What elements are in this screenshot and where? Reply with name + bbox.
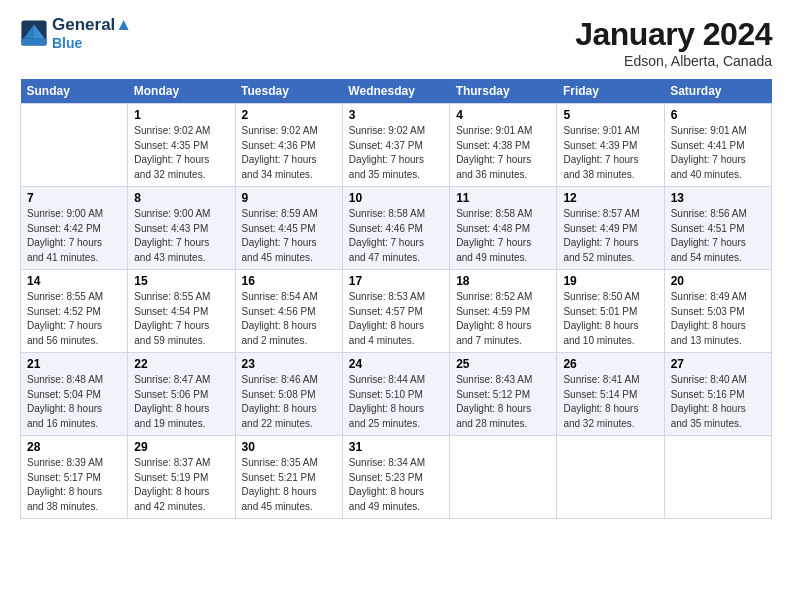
calendar-cell: 17Sunrise: 8:53 AMSunset: 4:57 PMDayligh… [342,270,449,353]
calendar-cell: 5Sunrise: 9:01 AMSunset: 4:39 PMDaylight… [557,104,664,187]
day-number: 5 [563,108,657,122]
col-header-tuesday: Tuesday [235,79,342,104]
day-number: 22 [134,357,228,371]
day-number: 12 [563,191,657,205]
day-number: 20 [671,274,765,288]
day-info: Sunrise: 8:56 AMSunset: 4:51 PMDaylight:… [671,207,765,265]
day-info: Sunrise: 8:35 AMSunset: 5:21 PMDaylight:… [242,456,336,514]
day-info: Sunrise: 8:43 AMSunset: 5:12 PMDaylight:… [456,373,550,431]
calendar-cell: 10Sunrise: 8:58 AMSunset: 4:46 PMDayligh… [342,187,449,270]
calendar-cell [450,436,557,519]
week-row-2: 7Sunrise: 9:00 AMSunset: 4:42 PMDaylight… [21,187,772,270]
col-header-saturday: Saturday [664,79,771,104]
calendar-cell: 26Sunrise: 8:41 AMSunset: 5:14 PMDayligh… [557,353,664,436]
day-number: 28 [27,440,121,454]
day-info: Sunrise: 8:47 AMSunset: 5:06 PMDaylight:… [134,373,228,431]
col-header-thursday: Thursday [450,79,557,104]
logo-text: General▲ Blue [52,16,132,51]
calendar-cell: 6Sunrise: 9:01 AMSunset: 4:41 PMDaylight… [664,104,771,187]
calendar-cell: 29Sunrise: 8:37 AMSunset: 5:19 PMDayligh… [128,436,235,519]
calendar-cell: 2Sunrise: 9:02 AMSunset: 4:36 PMDaylight… [235,104,342,187]
calendar-cell: 14Sunrise: 8:55 AMSunset: 4:52 PMDayligh… [21,270,128,353]
calendar-cell: 31Sunrise: 8:34 AMSunset: 5:23 PMDayligh… [342,436,449,519]
col-header-monday: Monday [128,79,235,104]
day-number: 11 [456,191,550,205]
col-header-friday: Friday [557,79,664,104]
day-info: Sunrise: 8:52 AMSunset: 4:59 PMDaylight:… [456,290,550,348]
day-info: Sunrise: 8:34 AMSunset: 5:23 PMDaylight:… [349,456,443,514]
day-number: 21 [27,357,121,371]
day-number: 24 [349,357,443,371]
day-info: Sunrise: 9:01 AMSunset: 4:38 PMDaylight:… [456,124,550,182]
calendar-cell: 23Sunrise: 8:46 AMSunset: 5:08 PMDayligh… [235,353,342,436]
calendar-cell: 11Sunrise: 8:58 AMSunset: 4:48 PMDayligh… [450,187,557,270]
header-row: SundayMondayTuesdayWednesdayThursdayFrid… [21,79,772,104]
day-info: Sunrise: 9:02 AMSunset: 4:35 PMDaylight:… [134,124,228,182]
day-info: Sunrise: 8:48 AMSunset: 5:04 PMDaylight:… [27,373,121,431]
calendar-cell: 18Sunrise: 8:52 AMSunset: 4:59 PMDayligh… [450,270,557,353]
calendar-cell: 4Sunrise: 9:01 AMSunset: 4:38 PMDaylight… [450,104,557,187]
day-info: Sunrise: 8:37 AMSunset: 5:19 PMDaylight:… [134,456,228,514]
svg-rect-3 [21,39,46,46]
day-info: Sunrise: 8:54 AMSunset: 4:56 PMDaylight:… [242,290,336,348]
header: General▲ Blue January 2024 Edson, Albert… [20,16,772,69]
day-number: 14 [27,274,121,288]
calendar-cell: 16Sunrise: 8:54 AMSunset: 4:56 PMDayligh… [235,270,342,353]
calendar-cell: 3Sunrise: 9:02 AMSunset: 4:37 PMDaylight… [342,104,449,187]
day-number: 10 [349,191,443,205]
calendar-cell: 28Sunrise: 8:39 AMSunset: 5:17 PMDayligh… [21,436,128,519]
day-info: Sunrise: 8:50 AMSunset: 5:01 PMDaylight:… [563,290,657,348]
calendar-cell [664,436,771,519]
day-info: Sunrise: 8:58 AMSunset: 4:48 PMDaylight:… [456,207,550,265]
month-title: January 2024 [575,16,772,53]
logo-icon [20,19,48,47]
calendar-cell: 1Sunrise: 9:02 AMSunset: 4:35 PMDaylight… [128,104,235,187]
day-info: Sunrise: 9:00 AMSunset: 4:42 PMDaylight:… [27,207,121,265]
day-number: 25 [456,357,550,371]
day-info: Sunrise: 8:58 AMSunset: 4:46 PMDaylight:… [349,207,443,265]
day-info: Sunrise: 8:39 AMSunset: 5:17 PMDaylight:… [27,456,121,514]
calendar-cell: 22Sunrise: 8:47 AMSunset: 5:06 PMDayligh… [128,353,235,436]
calendar-cell [557,436,664,519]
calendar-table: SundayMondayTuesdayWednesdayThursdayFrid… [20,79,772,519]
calendar-cell: 20Sunrise: 8:49 AMSunset: 5:03 PMDayligh… [664,270,771,353]
day-info: Sunrise: 8:53 AMSunset: 4:57 PMDaylight:… [349,290,443,348]
day-info: Sunrise: 8:40 AMSunset: 5:16 PMDaylight:… [671,373,765,431]
day-number: 2 [242,108,336,122]
calendar-cell: 12Sunrise: 8:57 AMSunset: 4:49 PMDayligh… [557,187,664,270]
day-number: 23 [242,357,336,371]
day-number: 3 [349,108,443,122]
day-number: 16 [242,274,336,288]
day-number: 29 [134,440,228,454]
day-number: 15 [134,274,228,288]
day-info: Sunrise: 9:02 AMSunset: 4:36 PMDaylight:… [242,124,336,182]
calendar-cell: 21Sunrise: 8:48 AMSunset: 5:04 PMDayligh… [21,353,128,436]
week-row-5: 28Sunrise: 8:39 AMSunset: 5:17 PMDayligh… [21,436,772,519]
day-number: 6 [671,108,765,122]
day-number: 9 [242,191,336,205]
day-number: 4 [456,108,550,122]
day-number: 8 [134,191,228,205]
title-block: January 2024 Edson, Alberta, Canada [575,16,772,69]
col-header-wednesday: Wednesday [342,79,449,104]
calendar-cell: 9Sunrise: 8:59 AMSunset: 4:45 PMDaylight… [235,187,342,270]
day-number: 17 [349,274,443,288]
calendar-cell: 7Sunrise: 9:00 AMSunset: 4:42 PMDaylight… [21,187,128,270]
day-number: 7 [27,191,121,205]
calendar-cell: 19Sunrise: 8:50 AMSunset: 5:01 PMDayligh… [557,270,664,353]
week-row-4: 21Sunrise: 8:48 AMSunset: 5:04 PMDayligh… [21,353,772,436]
day-info: Sunrise: 8:59 AMSunset: 4:45 PMDaylight:… [242,207,336,265]
day-info: Sunrise: 8:49 AMSunset: 5:03 PMDaylight:… [671,290,765,348]
calendar-cell: 13Sunrise: 8:56 AMSunset: 4:51 PMDayligh… [664,187,771,270]
day-number: 18 [456,274,550,288]
calendar-cell: 25Sunrise: 8:43 AMSunset: 5:12 PMDayligh… [450,353,557,436]
day-number: 26 [563,357,657,371]
day-number: 13 [671,191,765,205]
col-header-sunday: Sunday [21,79,128,104]
day-info: Sunrise: 8:41 AMSunset: 5:14 PMDaylight:… [563,373,657,431]
day-info: Sunrise: 8:55 AMSunset: 4:54 PMDaylight:… [134,290,228,348]
day-number: 27 [671,357,765,371]
calendar-cell: 8Sunrise: 9:00 AMSunset: 4:43 PMDaylight… [128,187,235,270]
day-info: Sunrise: 8:57 AMSunset: 4:49 PMDaylight:… [563,207,657,265]
calendar-page: General▲ Blue January 2024 Edson, Albert… [0,0,792,612]
